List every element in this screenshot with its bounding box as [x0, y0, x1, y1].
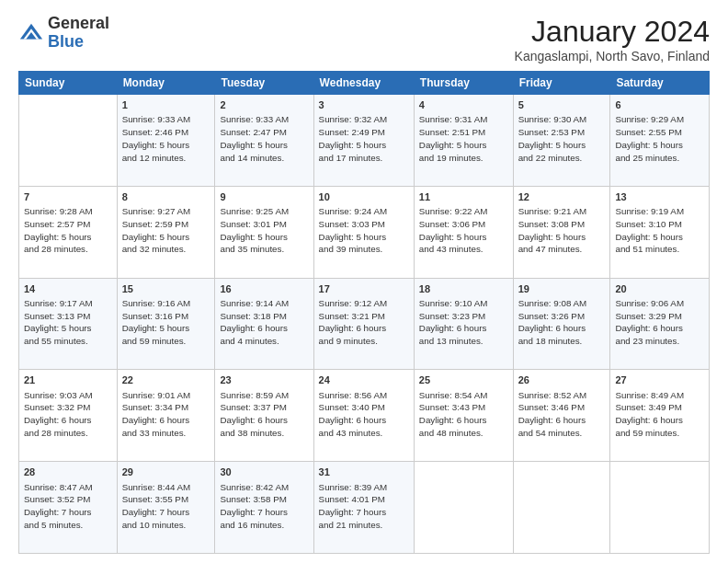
calendar-day-cell: 12Sunrise: 9:21 AM Sunset: 3:08 PM Dayli…: [513, 186, 610, 278]
day-info: Sunrise: 9:08 AM Sunset: 3:26 PM Dayligh…: [518, 297, 606, 348]
calendar-week-row: 28Sunrise: 8:47 AM Sunset: 3:52 PM Dayli…: [19, 462, 710, 554]
calendar-table: SundayMondayTuesdayWednesdayThursdayFrid…: [18, 71, 710, 554]
day-info: Sunrise: 8:49 AM Sunset: 3:49 PM Dayligh…: [615, 389, 704, 440]
day-info: Sunrise: 9:21 AM Sunset: 3:08 PM Dayligh…: [518, 205, 606, 256]
day-info: Sunrise: 8:54 AM Sunset: 3:43 PM Dayligh…: [419, 389, 508, 440]
day-info: Sunrise: 8:47 AM Sunset: 3:52 PM Dayligh…: [24, 481, 112, 532]
day-number: 16: [220, 282, 308, 296]
day-info: Sunrise: 9:27 AM Sunset: 2:59 PM Dayligh…: [122, 205, 210, 256]
day-number: 9: [220, 190, 308, 204]
day-of-week-header: Sunday: [19, 72, 118, 95]
day-number: 4: [419, 98, 508, 112]
day-number: 30: [220, 465, 308, 479]
calendar-day-cell: 9Sunrise: 9:25 AM Sunset: 3:01 PM Daylig…: [215, 186, 313, 278]
day-info: Sunrise: 9:03 AM Sunset: 3:32 PM Dayligh…: [24, 389, 112, 440]
day-info: Sunrise: 8:59 AM Sunset: 3:37 PM Dayligh…: [220, 389, 308, 440]
day-info: Sunrise: 8:39 AM Sunset: 4:01 PM Dayligh…: [319, 481, 409, 532]
day-number: 23: [220, 373, 308, 387]
day-number: 27: [615, 373, 704, 387]
day-number: 1: [122, 98, 210, 112]
day-info: Sunrise: 9:06 AM Sunset: 3:29 PM Dayligh…: [615, 297, 704, 348]
empty-day-cell: [513, 462, 610, 554]
day-number: 10: [319, 190, 409, 204]
day-info: Sunrise: 9:10 AM Sunset: 3:23 PM Dayligh…: [419, 297, 508, 348]
calendar-day-cell: 29Sunrise: 8:44 AM Sunset: 3:55 PM Dayli…: [117, 462, 215, 554]
day-number: 25: [419, 373, 508, 387]
day-number: 2: [220, 98, 308, 112]
day-number: 28: [24, 465, 112, 479]
calendar-day-cell: 28Sunrise: 8:47 AM Sunset: 3:52 PM Dayli…: [19, 462, 118, 554]
calendar-day-cell: 31Sunrise: 8:39 AM Sunset: 4:01 PM Dayli…: [313, 462, 414, 554]
empty-day-cell: [19, 95, 118, 187]
day-info: Sunrise: 9:30 AM Sunset: 2:53 PM Dayligh…: [518, 113, 606, 164]
day-of-week-header: Saturday: [610, 72, 710, 95]
calendar-day-cell: 14Sunrise: 9:17 AM Sunset: 3:13 PM Dayli…: [19, 278, 118, 370]
calendar-day-cell: 15Sunrise: 9:16 AM Sunset: 3:16 PM Dayli…: [117, 278, 215, 370]
day-number: 22: [122, 373, 210, 387]
day-info: Sunrise: 9:14 AM Sunset: 3:18 PM Dayligh…: [220, 297, 308, 348]
calendar-day-cell: 30Sunrise: 8:42 AM Sunset: 3:58 PM Dayli…: [215, 462, 313, 554]
logo-general-text: General: [48, 14, 109, 32]
day-of-week-header: Monday: [117, 72, 215, 95]
calendar-header-row: SundayMondayTuesdayWednesdayThursdayFrid…: [19, 72, 710, 95]
logo-blue-text: Blue: [48, 32, 84, 51]
calendar-day-cell: 11Sunrise: 9:22 AM Sunset: 3:06 PM Dayli…: [414, 186, 513, 278]
empty-day-cell: [610, 462, 710, 554]
day-number: 18: [419, 282, 508, 296]
calendar-day-cell: 8Sunrise: 9:27 AM Sunset: 2:59 PM Daylig…: [117, 186, 215, 278]
calendar-day-cell: 22Sunrise: 9:01 AM Sunset: 3:34 PM Dayli…: [117, 370, 215, 462]
day-info: Sunrise: 9:16 AM Sunset: 3:16 PM Dayligh…: [122, 297, 210, 348]
day-info: Sunrise: 9:22 AM Sunset: 3:06 PM Dayligh…: [419, 205, 508, 256]
day-number: 26: [518, 373, 606, 387]
day-number: 31: [319, 465, 409, 479]
month-title: January 2024: [515, 15, 710, 49]
day-info: Sunrise: 9:19 AM Sunset: 3:10 PM Dayligh…: [615, 205, 704, 256]
calendar-day-cell: 2Sunrise: 9:33 AM Sunset: 2:47 PM Daylig…: [215, 95, 313, 187]
day-number: 21: [24, 373, 112, 387]
day-number: 15: [122, 282, 210, 296]
day-number: 5: [518, 98, 606, 112]
empty-day-cell: [414, 462, 513, 554]
calendar-day-cell: 26Sunrise: 8:52 AM Sunset: 3:46 PM Dayli…: [513, 370, 610, 462]
day-number: 14: [24, 282, 112, 296]
calendar-week-row: 14Sunrise: 9:17 AM Sunset: 3:13 PM Dayli…: [19, 278, 710, 370]
day-of-week-header: Wednesday: [313, 72, 414, 95]
calendar-week-row: 21Sunrise: 9:03 AM Sunset: 3:32 PM Dayli…: [19, 370, 710, 462]
title-block: January 2024 Kangaslampi, North Savo, Fi…: [515, 15, 710, 63]
calendar-day-cell: 7Sunrise: 9:28 AM Sunset: 2:57 PM Daylig…: [19, 186, 118, 278]
calendar-day-cell: 10Sunrise: 9:24 AM Sunset: 3:03 PM Dayli…: [313, 186, 414, 278]
day-info: Sunrise: 8:44 AM Sunset: 3:55 PM Dayligh…: [122, 481, 210, 532]
day-info: Sunrise: 9:32 AM Sunset: 2:49 PM Dayligh…: [319, 113, 409, 164]
calendar-day-cell: 13Sunrise: 9:19 AM Sunset: 3:10 PM Dayli…: [610, 186, 710, 278]
day-info: Sunrise: 9:25 AM Sunset: 3:01 PM Dayligh…: [220, 205, 308, 256]
calendar-week-row: 1Sunrise: 9:33 AM Sunset: 2:46 PM Daylig…: [19, 95, 710, 187]
day-info: Sunrise: 9:12 AM Sunset: 3:21 PM Dayligh…: [319, 297, 409, 348]
day-of-week-header: Friday: [513, 72, 610, 95]
calendar-day-cell: 17Sunrise: 9:12 AM Sunset: 3:21 PM Dayli…: [313, 278, 414, 370]
day-info: Sunrise: 9:33 AM Sunset: 2:47 PM Dayligh…: [220, 113, 308, 164]
calendar-day-cell: 3Sunrise: 9:32 AM Sunset: 2:49 PM Daylig…: [313, 95, 414, 187]
calendar-day-cell: 16Sunrise: 9:14 AM Sunset: 3:18 PM Dayli…: [215, 278, 313, 370]
day-info: Sunrise: 9:33 AM Sunset: 2:46 PM Dayligh…: [122, 113, 210, 164]
day-number: 17: [319, 282, 409, 296]
day-number: 6: [615, 98, 704, 112]
calendar-day-cell: 5Sunrise: 9:30 AM Sunset: 2:53 PM Daylig…: [513, 95, 610, 187]
calendar-day-cell: 23Sunrise: 8:59 AM Sunset: 3:37 PM Dayli…: [215, 370, 313, 462]
calendar-week-row: 7Sunrise: 9:28 AM Sunset: 2:57 PM Daylig…: [19, 186, 710, 278]
day-number: 20: [615, 282, 704, 296]
day-info: Sunrise: 9:17 AM Sunset: 3:13 PM Dayligh…: [24, 297, 112, 348]
day-number: 19: [518, 282, 606, 296]
calendar-day-cell: 6Sunrise: 9:29 AM Sunset: 2:55 PM Daylig…: [610, 95, 710, 187]
day-info: Sunrise: 9:24 AM Sunset: 3:03 PM Dayligh…: [319, 205, 409, 256]
day-number: 11: [419, 190, 508, 204]
day-number: 24: [319, 373, 409, 387]
calendar-day-cell: 24Sunrise: 8:56 AM Sunset: 3:40 PM Dayli…: [313, 370, 414, 462]
day-info: Sunrise: 9:31 AM Sunset: 2:51 PM Dayligh…: [419, 113, 508, 164]
logo-icon: [18, 20, 44, 46]
day-number: 13: [615, 190, 704, 204]
calendar-day-cell: 1Sunrise: 9:33 AM Sunset: 2:46 PM Daylig…: [117, 95, 215, 187]
day-info: Sunrise: 8:42 AM Sunset: 3:58 PM Dayligh…: [220, 481, 308, 532]
day-info: Sunrise: 9:01 AM Sunset: 3:34 PM Dayligh…: [122, 389, 210, 440]
logo: General Blue: [18, 15, 109, 52]
location-subtitle: Kangaslampi, North Savo, Finland: [515, 49, 710, 63]
